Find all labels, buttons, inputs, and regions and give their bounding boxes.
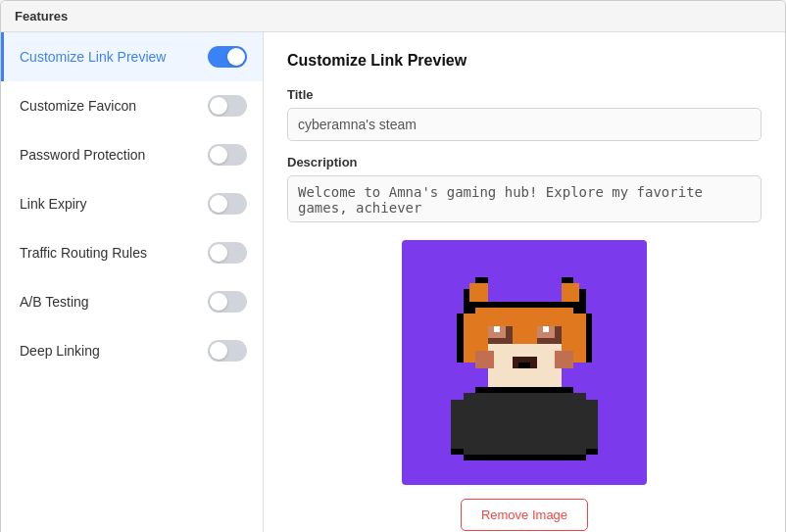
main-window: Features Customize Link PreviewCustomize… <box>0 0 786 532</box>
title-label: Title <box>287 87 761 102</box>
section-title: Customize Link Preview <box>287 52 761 70</box>
sidebar-item-ab-testing[interactable]: A/B Testing <box>1 277 263 326</box>
fox-pixel-art <box>426 265 622 460</box>
main-content-area: Customize Link Preview Title Description… <box>264 32 785 532</box>
sidebar-item-label: A/B Testing <box>20 294 89 310</box>
toggle-ab-testing[interactable] <box>208 291 247 313</box>
svg-rect-21 <box>555 351 573 369</box>
preview-image-wrapper <box>402 240 647 485</box>
sidebar-item-traffic-routing-rules[interactable]: Traffic Routing Rules <box>1 228 263 277</box>
svg-rect-7 <box>464 314 476 363</box>
toggle-traffic-routing-rules[interactable] <box>208 242 247 264</box>
svg-rect-24 <box>573 308 586 314</box>
description-input[interactable]: Welcome to Amna's gaming hub! Explore my… <box>287 175 761 222</box>
sidebar-item-label: Customize Link Preview <box>20 49 166 65</box>
remove-image-button[interactable]: Remove Image <box>461 499 588 531</box>
sidebar-item-deep-linking[interactable]: Deep Linking <box>1 326 263 375</box>
sidebar-item-label: Traffic Routing Rules <box>20 245 147 261</box>
image-container <box>287 240 761 485</box>
sidebar-item-label: Deep Linking <box>20 343 100 359</box>
sidebar-item-link-expiry[interactable]: Link Expiry <box>1 179 263 228</box>
svg-rect-29 <box>464 393 586 455</box>
svg-rect-32 <box>464 455 586 460</box>
window-title: Features <box>15 9 68 24</box>
sidebar-item-label: Link Expiry <box>20 196 86 212</box>
svg-rect-19 <box>518 363 531 368</box>
svg-rect-17 <box>543 326 549 332</box>
svg-rect-30 <box>451 400 464 449</box>
sidebar-item-customize-link-preview[interactable]: Customize Link Preview <box>1 32 263 81</box>
sidebar-item-label: Customize Favicon <box>20 98 136 114</box>
title-input[interactable] <box>287 108 761 141</box>
toggle-customize-favicon[interactable] <box>208 95 247 117</box>
window-body: Customize Link PreviewCustomize FaviconP… <box>1 32 785 532</box>
toggle-password-protection[interactable] <box>208 144 247 166</box>
svg-rect-5 <box>562 283 580 302</box>
svg-rect-8 <box>573 314 586 363</box>
sidebar-item-password-protection[interactable]: Password Protection <box>1 130 263 179</box>
sidebar-item-label: Password Protection <box>20 147 145 163</box>
svg-rect-4 <box>469 283 488 302</box>
svg-rect-20 <box>475 351 494 369</box>
sidebar-item-customize-favicon[interactable]: Customize Favicon <box>1 81 263 130</box>
window-header: Features <box>1 1 785 32</box>
svg-rect-25 <box>457 314 463 363</box>
svg-rect-34 <box>586 449 599 455</box>
sidebar: Customize Link PreviewCustomize FaviconP… <box>1 32 264 532</box>
svg-rect-22 <box>475 302 573 308</box>
svg-rect-26 <box>586 314 592 363</box>
svg-rect-28 <box>475 387 573 393</box>
svg-rect-31 <box>586 400 599 449</box>
toggle-deep-linking[interactable] <box>208 340 247 362</box>
svg-rect-23 <box>464 308 476 314</box>
svg-rect-33 <box>451 449 464 455</box>
svg-rect-16 <box>494 326 500 332</box>
description-label: Description <box>287 155 761 169</box>
svg-rect-27 <box>488 375 562 388</box>
toggle-link-expiry[interactable] <box>208 193 247 215</box>
toggle-customize-link-preview[interactable] <box>208 46 247 68</box>
